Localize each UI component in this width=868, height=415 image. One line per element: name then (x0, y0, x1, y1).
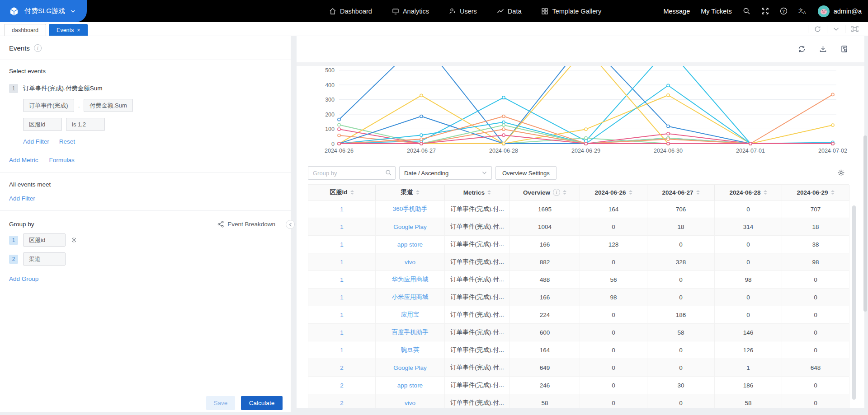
column-header-0[interactable]: 区服id (308, 185, 376, 201)
collapse-panel-button[interactable] (286, 220, 295, 229)
search-icon[interactable] (743, 7, 750, 15)
message-link[interactable]: Message (663, 8, 690, 15)
reload-tab-icon[interactable] (808, 25, 827, 33)
workspace-switcher[interactable]: 付费SLG游戏 (0, 0, 87, 22)
chevron-down-icon[interactable] (827, 25, 845, 33)
cell-channel[interactable]: 豌豆荚 (376, 341, 445, 359)
cell-server-id[interactable]: 2 (308, 359, 376, 377)
nav-template-gallery[interactable]: Template Gallery (541, 8, 601, 15)
formulas-link[interactable]: Formulas (49, 157, 75, 163)
table-settings-gear-icon[interactable] (837, 169, 845, 178)
cell-server-id[interactable]: 1 (308, 201, 376, 218)
reset-link[interactable]: Reset (59, 138, 75, 145)
group-by-search-input[interactable] (308, 166, 396, 180)
column-header-1[interactable]: 渠道 (376, 185, 445, 201)
cell-2024-06-26: 0 (580, 359, 647, 377)
metric-chip[interactable]: 付费金额.Sum (84, 99, 132, 112)
tab-events[interactable]: Events × (49, 24, 88, 36)
info-icon[interactable]: i (553, 189, 560, 196)
save-button[interactable]: Save (206, 396, 235, 410)
add-metric-link[interactable]: Add Metric (9, 157, 38, 163)
column-header-7[interactable]: 2024-06-29 (782, 185, 849, 201)
fullscreen-frame-icon[interactable] (845, 25, 864, 33)
nav-analytics[interactable]: Analytics (392, 8, 429, 15)
cell-2024-06-29: 0 (782, 394, 849, 408)
cell-channel[interactable]: 华为应用商城 (376, 271, 445, 289)
sort-icon[interactable] (487, 190, 491, 195)
column-header-6[interactable]: 2024-06-28 (715, 185, 782, 201)
download-icon[interactable] (819, 45, 827, 53)
cell-server-id[interactable]: 1 (308, 324, 376, 341)
cell-channel[interactable]: Google Play (376, 218, 445, 236)
refresh-icon[interactable] (798, 45, 806, 53)
sort-icon[interactable] (696, 190, 700, 195)
sort-icon[interactable] (764, 190, 767, 195)
cell-server-id[interactable]: 1 (308, 218, 376, 236)
event-chip[interactable]: 订单事件(完成) (23, 99, 74, 112)
table-row: 1app store订单事件(完成).付...1661280038 (308, 236, 849, 253)
cell-channel[interactable]: vivo (376, 394, 445, 408)
cell-channel[interactable]: 小米应用商城 (376, 289, 445, 306)
overview-settings-button[interactable]: Overview Settings (495, 166, 557, 180)
sort-icon[interactable] (350, 190, 354, 195)
sort-icon[interactable] (563, 190, 566, 195)
event-breakdown-toggle[interactable]: Event Breakdown (217, 221, 275, 228)
add-filter-link[interactable]: Add Filter (23, 138, 49, 145)
global-add-filter-link[interactable]: Add Filter (9, 195, 35, 202)
user-menu[interactable]: admin@a (818, 5, 862, 17)
column-header-3[interactable]: Overviewi (510, 185, 580, 201)
group-field-chip[interactable]: 区服id (23, 233, 66, 247)
cell-channel[interactable]: app store (376, 236, 445, 253)
cell-server-id[interactable]: 2 (308, 377, 376, 394)
filter-value-chip[interactable]: is 1,2 (66, 118, 105, 131)
nav-users[interactable]: Users (449, 8, 477, 15)
cell-server-id[interactable]: 1 (308, 306, 376, 324)
cell-channel[interactable]: 360手机助手 (376, 201, 445, 218)
cell-2024-06-26: 0 (580, 377, 647, 394)
cell-2024-06-26: 164 (580, 201, 647, 218)
group-by-label: Group by (9, 221, 34, 228)
cell-channel[interactable]: Google Play (376, 359, 445, 377)
cell-channel[interactable]: 应用宝 (376, 306, 445, 324)
filter-field-chip[interactable]: 区服id (23, 118, 62, 131)
cell-server-id[interactable]: 1 (308, 271, 376, 289)
column-header-5[interactable]: 2024-06-27 (647, 185, 715, 201)
fullscreen-icon[interactable] (761, 7, 769, 15)
top-bar: 付费SLG游戏 Dashboard Analytics Users Data (0, 0, 868, 22)
cell-server-id[interactable]: 1 (308, 341, 376, 359)
help-icon[interactable]: ? (780, 7, 788, 15)
nav-dashboard[interactable]: Dashboard (329, 8, 372, 15)
window-scrollbar[interactable] (863, 135, 867, 312)
close-icon[interactable]: × (77, 28, 80, 33)
sort-icon[interactable] (416, 190, 420, 195)
table-row: 1小米应用商城订单事件(完成).付...16698000 (308, 289, 849, 306)
column-header-2[interactable]: Metrics (445, 185, 510, 201)
saved-report-icon[interactable] (840, 45, 848, 53)
cell-2024-06-27: 0 (647, 289, 715, 306)
cell-channel[interactable]: app store (376, 377, 445, 394)
group-field-chip[interactable]: 渠道 (23, 252, 66, 266)
cell-2024-06-28: 0 (715, 253, 782, 271)
cell-channel[interactable]: vivo (376, 253, 445, 271)
my-tickets-link[interactable]: My Tickets (701, 8, 731, 15)
sort-icon[interactable] (629, 190, 632, 195)
sort-order-select[interactable]: Date / Ascending (399, 166, 492, 180)
translate-icon[interactable]: 文A (798, 7, 807, 15)
calculate-button[interactable]: Calculate (241, 396, 283, 410)
column-header-4[interactable]: 2024-06-26 (580, 185, 647, 201)
cell-server-id[interactable]: 1 (308, 236, 376, 253)
add-group-link[interactable]: Add Group (9, 275, 38, 282)
info-icon[interactable]: i (34, 44, 42, 52)
cell-server-id[interactable]: 2 (308, 394, 376, 408)
cell-channel[interactable]: 百度手机助手 (376, 324, 445, 341)
tab-dashboard[interactable]: dashboard (4, 24, 46, 36)
events-line-chart[interactable]: 01002003004005002024-06-262024-06-272024… (297, 66, 864, 156)
table-scrollbar[interactable] (852, 205, 856, 400)
cell-server-id[interactable]: 1 (308, 253, 376, 271)
gear-icon[interactable] (71, 237, 77, 243)
sort-icon[interactable] (831, 190, 835, 195)
svg-text:2024-06-27: 2024-06-27 (407, 148, 436, 154)
cell-2024-06-28: 0 (715, 306, 782, 324)
nav-data[interactable]: Data (497, 8, 522, 15)
cell-server-id[interactable]: 1 (308, 289, 376, 306)
